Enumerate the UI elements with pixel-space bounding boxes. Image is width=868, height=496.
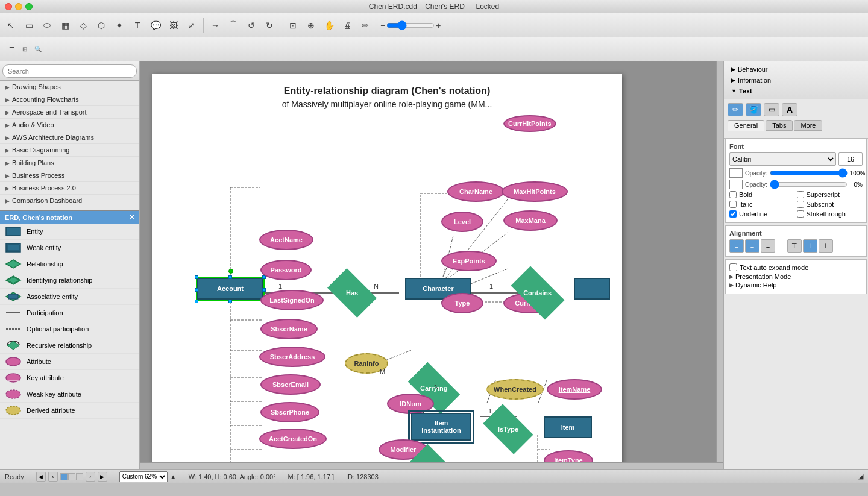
shape-item-key-attribute[interactable]: Key attribute bbox=[0, 370, 139, 386]
callout-tool[interactable]: 💬 bbox=[147, 17, 164, 34]
shape-item-weak-key[interactable]: Weak key attribute bbox=[0, 386, 139, 403]
category-item-8[interactable]: ▶Business Process 2.0 bbox=[0, 182, 139, 195]
zoom-fit[interactable]: ⊡ bbox=[285, 17, 301, 34]
category-item-9[interactable]: ▶Comparison Dashboard bbox=[0, 195, 139, 207]
poly-tool[interactable]: ⬡ bbox=[93, 17, 110, 34]
print-btn[interactable]: 🖨 bbox=[339, 17, 356, 34]
undo-btn[interactable]: ↺ bbox=[243, 17, 260, 34]
category-item-7[interactable]: ▶Business Process bbox=[0, 169, 139, 182]
itemname-attribute[interactable]: ItemName bbox=[547, 379, 602, 400]
format-pencil-btn[interactable]: ✏ bbox=[728, 103, 743, 116]
handle-bm[interactable] bbox=[228, 300, 232, 303]
page-tab-2[interactable] bbox=[68, 473, 75, 480]
shape-item-opt-participation[interactable]: Optional participation bbox=[0, 321, 139, 337]
item-instantiation-entity[interactable]: Item Instantiation bbox=[411, 413, 471, 441]
shape-item-weak-entity[interactable]: Weak entity bbox=[0, 240, 139, 256]
sidebar-toggle[interactable]: ☰ bbox=[5, 43, 18, 56]
sbscremail-attribute[interactable]: SbscrEmail bbox=[260, 374, 321, 395]
password-attribute[interactable]: Password bbox=[260, 260, 312, 280]
maxhitpoints-attribute[interactable]: MaxHitPoints bbox=[502, 181, 568, 202]
format-border-btn[interactable]: ▭ bbox=[764, 103, 779, 116]
sbscraddress-attribute[interactable]: SbscrAddress bbox=[259, 347, 326, 367]
acctcreatedon-attribute[interactable]: AcctCreatedOn bbox=[259, 429, 327, 449]
account-entity[interactable]: Account bbox=[197, 278, 263, 300]
presentation-mode-item[interactable]: ▶ Presentation Mode bbox=[729, 273, 863, 280]
search-input[interactable] bbox=[2, 64, 137, 78]
tab-tabs[interactable]: Tabs bbox=[766, 120, 793, 131]
behaviour-item[interactable]: ▶ Behaviour bbox=[726, 64, 866, 75]
search-btn[interactable]: 🔍 bbox=[31, 43, 45, 56]
underline-checkbox[interactable] bbox=[729, 210, 737, 218]
grid-view-btn[interactable]: ⊞ bbox=[18, 43, 31, 56]
strikethrough-checkbox[interactable] bbox=[797, 210, 804, 218]
prev-btn[interactable]: ‹ bbox=[48, 472, 58, 482]
handle-tl[interactable] bbox=[195, 275, 198, 279]
bg-color-swatch[interactable] bbox=[729, 180, 743, 189]
ellipse-tool[interactable]: ⬭ bbox=[39, 17, 55, 34]
sbscrname-attribute[interactable]: SbscrName bbox=[260, 319, 318, 339]
tab-general[interactable]: General bbox=[728, 120, 764, 131]
star-tool[interactable]: ✦ bbox=[111, 17, 128, 34]
align-middle-btn[interactable]: ⊥ bbox=[803, 239, 817, 253]
dynamic-help-item[interactable]: ▶ Dynamic Help bbox=[729, 281, 863, 289]
idnum-upper-attribute[interactable]: IDNum bbox=[387, 394, 434, 414]
text-color-swatch[interactable] bbox=[729, 168, 743, 178]
text-tool[interactable]: T bbox=[129, 17, 146, 34]
shape-item-relationship[interactable]: Relationship bbox=[0, 256, 139, 272]
align-center-btn[interactable]: ≡ bbox=[745, 239, 760, 253]
handle-mr[interactable] bbox=[262, 288, 266, 292]
category-item-4[interactable]: ▶AWS Architecture Diagrams bbox=[0, 131, 139, 144]
table-tool[interactable]: ▦ bbox=[57, 17, 74, 34]
maxmana-attribute[interactable]: MaxMana bbox=[503, 210, 558, 231]
bold-checkbox[interactable] bbox=[729, 191, 737, 198]
istype-upper-relationship[interactable]: IsType bbox=[483, 404, 533, 454]
whencreated-attribute[interactable]: WhenCreated bbox=[486, 379, 544, 400]
pan-tool[interactable]: ✋ bbox=[321, 17, 338, 34]
shape-item-id-relationship[interactable]: Identifying relationship bbox=[0, 272, 139, 289]
page-tab-3[interactable] bbox=[76, 473, 83, 480]
text-item[interactable]: ▼ Text bbox=[726, 86, 866, 96]
diamond-tool[interactable]: ◇ bbox=[75, 17, 92, 34]
diagram-area[interactable]: 1 N N 1 bbox=[152, 115, 622, 462]
category-item-2[interactable]: ▶Aerospace and Transport bbox=[0, 106, 139, 119]
item-entity[interactable]: Item bbox=[544, 416, 592, 438]
conn-tool[interactable]: ⤢ bbox=[183, 17, 200, 34]
tab-more[interactable]: More bbox=[794, 120, 822, 131]
handle-tm[interactable] bbox=[228, 275, 232, 279]
redo-btn[interactable]: ↻ bbox=[261, 17, 278, 34]
itemtype-attribute[interactable]: ItemType bbox=[544, 450, 593, 462]
arrow-tool[interactable]: → bbox=[207, 17, 224, 34]
rotate-handle[interactable] bbox=[228, 269, 233, 274]
sbscrphone-attribute[interactable]: SbscrPhone bbox=[260, 402, 319, 422]
shape-item-recursive[interactable]: Recursive relationship bbox=[0, 337, 139, 354]
category-item-1[interactable]: ▶Accounting Flowcharts bbox=[0, 93, 139, 106]
page-tab-1[interactable] bbox=[60, 473, 68, 480]
canvas-v-scroll[interactable] bbox=[716, 61, 723, 462]
format-fill-btn[interactable]: 🪣 bbox=[746, 103, 761, 116]
format-text-btn[interactable]: A bbox=[782, 103, 797, 116]
superscript-checkbox[interactable] bbox=[797, 191, 804, 198]
shape-item-associative[interactable]: Associative entity bbox=[0, 289, 139, 305]
has-relationship[interactable]: Has bbox=[327, 268, 377, 318]
align-top-btn[interactable]: ⊤ bbox=[787, 239, 802, 253]
level-attribute[interactable]: Level bbox=[441, 212, 483, 232]
handle-ml[interactable] bbox=[195, 288, 198, 292]
font-size-input[interactable] bbox=[838, 152, 863, 166]
shape-item-participation[interactable]: Participation bbox=[0, 305, 139, 321]
zoom-minus-btn[interactable]: − bbox=[380, 20, 385, 30]
italic-checkbox[interactable] bbox=[729, 201, 737, 208]
prev-page-btn[interactable]: ◀ bbox=[36, 472, 46, 482]
curve-tool[interactable]: ⌒ bbox=[225, 17, 242, 34]
next-btn[interactable]: › bbox=[86, 472, 95, 482]
category-item-6[interactable]: ▶Building Plans bbox=[0, 157, 139, 169]
shape-item-attribute[interactable]: Attribute bbox=[0, 354, 139, 370]
font-family-select[interactable]: Calibri bbox=[729, 152, 836, 166]
charname-attribute[interactable]: CharName bbox=[447, 181, 505, 202]
lastsignedon-attribute[interactable]: LastSignedOn bbox=[260, 290, 324, 310]
currhitpoints-attribute[interactable]: CurrHitPoints bbox=[503, 115, 556, 132]
subscript-checkbox[interactable] bbox=[797, 201, 804, 208]
align-left-btn[interactable]: ≡ bbox=[729, 239, 744, 253]
select-tool[interactable]: ↖ bbox=[2, 17, 19, 34]
zoom-select[interactable]: Custom 62% bbox=[119, 471, 168, 482]
category-item-5[interactable]: ▶Basic Diagramming bbox=[0, 144, 139, 157]
